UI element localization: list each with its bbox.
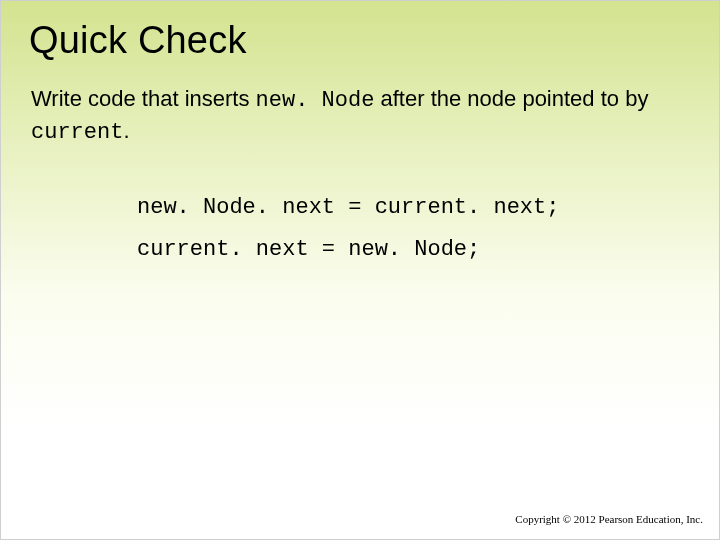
copyright-text: Copyright © 2012 Pearson Education, Inc. <box>515 513 703 525</box>
slide-title: Quick Check <box>29 19 691 62</box>
code-block: new. Node. next = current. next; current… <box>137 187 691 271</box>
prompt-code-2: current <box>31 120 123 145</box>
prompt-code-1: new. Node <box>256 88 375 113</box>
slide: Quick Check Write code that inserts new.… <box>0 0 720 540</box>
prompt-frag-3: . <box>123 118 129 143</box>
prompt-frag-2: after the node pointed to by <box>374 86 648 111</box>
prompt-frag-1: Write code that inserts <box>31 86 256 111</box>
code-line-1: new. Node. next = current. next; <box>137 187 691 229</box>
code-line-2: current. next = new. Node; <box>137 229 691 271</box>
prompt-text: Write code that inserts new. Node after … <box>31 84 691 147</box>
